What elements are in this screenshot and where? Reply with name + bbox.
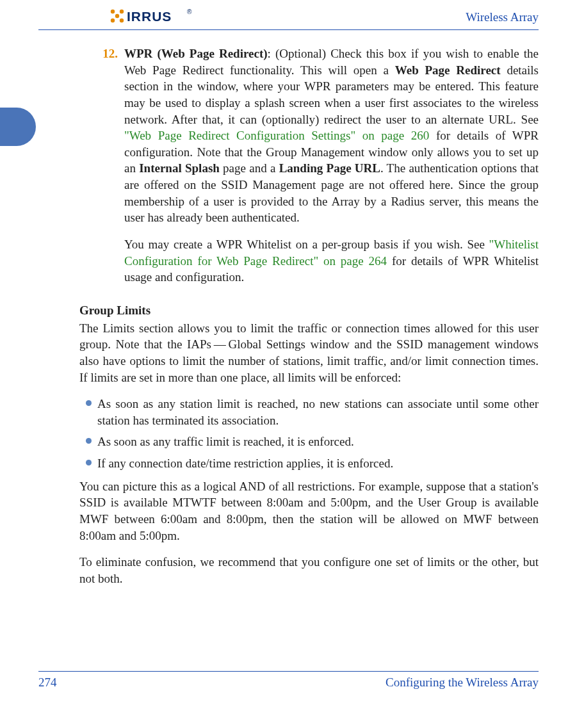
bullet-icon <box>79 396 97 406</box>
item-body: WPR (Web Page Redirect): (Optional) Chec… <box>118 45 539 286</box>
side-tab <box>0 108 36 146</box>
list-item: If any connection date/time restriction … <box>79 455 539 472</box>
svg-point-0 <box>111 10 115 13</box>
section-paragraph: To eliminate confusion, we recommend tha… <box>38 554 539 586</box>
body-text: You may create a WPR Whitelist on a per-… <box>124 238 489 251</box>
content-area: 12. WPR (Web Page Redirect): (Optional) … <box>38 30 539 587</box>
bullet-text: As soon as any station limit is reached,… <box>97 396 539 428</box>
bold-term: Web Page Redirect <box>395 63 501 77</box>
header-bar: IRRUS ® Wireless Array <box>38 8 539 30</box>
section-paragraph: You can picture this as a logical AND of… <box>38 478 539 544</box>
item-number: 12. <box>96 45 118 286</box>
svg-point-4 <box>111 19 115 22</box>
item-title: WPR (Web Page Redirect) <box>124 47 268 60</box>
list-item: As soon as any station limit is reached,… <box>79 396 539 428</box>
section-heading: Group Limits <box>38 302 539 319</box>
bullet-list: As soon as any station limit is reached,… <box>38 396 539 472</box>
bullet-text: If any connection date/time restriction … <box>97 455 539 472</box>
footer: 274 Configuring the Wireless Array <box>38 671 539 690</box>
xirrus-logo-icon: IRRUS ® <box>109 8 205 27</box>
bullet-icon <box>79 455 97 465</box>
bullet-text: As soon as any traffic limit is reached,… <box>97 433 539 450</box>
bullet-icon <box>79 433 97 444</box>
svg-point-1 <box>115 14 119 18</box>
section-intro: The Limits section allows you to limit t… <box>38 320 539 386</box>
list-item: As soon as any traffic limit is reached,… <box>79 433 539 450</box>
svg-text:IRRUS: IRRUS <box>127 9 172 24</box>
numbered-item: 12. WPR (Web Page Redirect): (Optional) … <box>38 45 539 286</box>
page-number: 274 <box>38 675 57 690</box>
xref-link[interactable]: "Web Page Redirect Configuration Setting… <box>124 129 429 142</box>
bold-term: Internal Splash <box>139 161 220 175</box>
svg-point-2 <box>120 19 124 22</box>
footer-section-title: Configuring the Wireless Array <box>386 675 539 690</box>
body-text: page and a <box>220 161 279 175</box>
logo: IRRUS ® <box>109 8 205 27</box>
svg-point-3 <box>120 10 124 13</box>
document-title: Wireless Array <box>466 10 539 24</box>
item-paragraph-2: You may create a WPR Whitelist on a per-… <box>124 236 539 286</box>
bold-term: Landing Page URL <box>279 161 380 175</box>
svg-text:®: ® <box>187 8 192 15</box>
